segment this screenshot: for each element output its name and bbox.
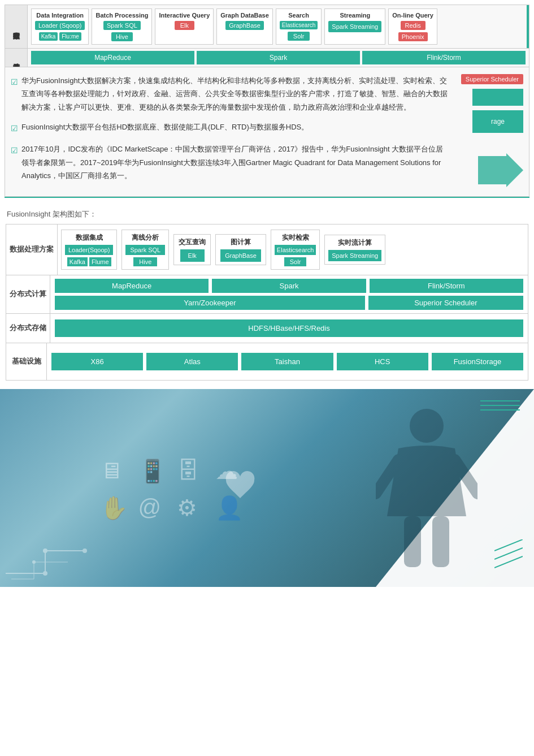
- at-icon: @: [138, 495, 167, 521]
- solr-tag-top: Solr: [288, 32, 310, 41]
- hive-tag: Hive: [111, 32, 133, 41]
- svg-point-7: [43, 571, 47, 576]
- cat-graph-title: Graph DataBase: [220, 12, 269, 19]
- tech-image-section: 🖥 📱 🗄 ☁ ✋ @ ⚙ 👤: [0, 389, 534, 587]
- loader-sqoop-tag: Loader (Sqoop): [35, 21, 85, 30]
- arch-interactive-title: 交互查询: [179, 237, 206, 247]
- arch-storage-row: 分布式存储 HDFS/HBase/HFS/Redis: [6, 314, 528, 343]
- arch-batch-analysis: 离线分析 Spark SQL Hive: [121, 230, 169, 270]
- right-arrow-icon: [478, 153, 523, 187]
- cat-interactive-query: Interactive Query Elk: [155, 8, 214, 45]
- flume-tag: Flu:me: [59, 32, 81, 41]
- arch-storage-content: HDFS/HBase/HFS/Redis: [50, 314, 528, 343]
- cat-streaming: Streaming Spark Streaming: [324, 8, 385, 45]
- arch-stream-title: 实时流计算: [338, 238, 372, 248]
- cat-batch-title: Batch Processing: [95, 12, 148, 19]
- text-block-3: ☑ 2017年10月，IDC发布的《IDC MarketScape：中国大数据管…: [11, 142, 450, 182]
- arch-elk: Elk: [180, 249, 205, 262]
- arch-storage-label: 分布式存储: [6, 314, 50, 343]
- heart-circuit-icon: [223, 470, 257, 506]
- arch-dist-top: MapReduce Spark Flink/Storm: [55, 279, 523, 293]
- text-block-1: ☑ 华为FusionInsight大数据解决方案，快速集成结构化、半结构化和非结…: [11, 74, 450, 114]
- person-silhouette: [364, 389, 489, 587]
- arch-infra-row: 基础设施 X86 Atlas Taishan HCS FusionStorage: [6, 343, 528, 380]
- arch-processing-row: 数据处理方案 数据集成 Loader(Sqoop) Kafka Flume 离线…: [6, 224, 528, 275]
- categories-container: Data Integration Loader (Sqoop) Kafka Fl…: [28, 5, 527, 48]
- corner-deco: [494, 539, 523, 576]
- storage-label-box: rage: [472, 110, 523, 133]
- dist-bars-top: MapReduce Spark Flink/Storm: [28, 49, 529, 67]
- monitor-icon: 🖥: [100, 458, 128, 485]
- spark-streaming-tag-top: Spark Streaming: [328, 21, 381, 32]
- arch-superior-scheduler: Superior Scheduler: [368, 296, 523, 310]
- arch-hcs: HCS: [337, 353, 428, 370]
- cat-search: Search Elasticsearch Solr: [276, 8, 322, 45]
- cat-batch-processing: Batch Processing Spark SQL Hive: [92, 8, 152, 45]
- superior-scheduler-badge: Superior Scheduler: [461, 74, 523, 84]
- arch-diagram: 数据处理方案 数据集成 Loader(Sqoop) Kafka Flume 离线…: [6, 224, 528, 381]
- svg-point-8: [43, 548, 47, 553]
- arch-x86: X86: [51, 353, 143, 370]
- arch-mapreduce: MapReduce: [55, 279, 209, 293]
- heart-svg: [223, 470, 257, 504]
- corner-lines-svg: [494, 539, 523, 573]
- svg-marker-0: [478, 153, 523, 187]
- mapreduce-bar-top: MapReduce: [31, 51, 194, 64]
- arch-processing-label: 数据处理方案: [6, 224, 58, 275]
- arch-caption: FusionInsight 架构图如下：: [7, 209, 527, 219]
- phoenix-tag-top: Phoenix: [398, 32, 428, 41]
- text-block-2: ☑ FusionInsight大数据平台包括HD数据底座、数据使能工具(DLF、…: [11, 120, 450, 136]
- gear-icon: ⚙: [177, 495, 205, 521]
- arch-stream-compute: 实时流计算 Spark Streaming: [324, 235, 385, 265]
- spark-sql-tag: Spark SQL: [103, 21, 141, 30]
- arch-kafka-flume: Kafka Flume: [67, 257, 111, 266]
- top-diagram-section: 数据处理方案 Data Integration Loader (Sqoop) K…: [5, 5, 529, 67]
- arch-dist-label: 分布式计算: [6, 275, 50, 313]
- text-content-1: 华为FusionInsight大数据解决方案，快速集成结构化、半结构化和非结构化…: [21, 74, 450, 114]
- circuit-grid: 🖥 📱 🗄 ☁ ✋ @ ⚙ 👤: [100, 458, 244, 521]
- arch-hive: Hive: [133, 257, 157, 266]
- arch-interactive-query: 交互查询 Elk: [173, 234, 211, 265]
- kafka-flume-row: Kafka Flu:me: [39, 32, 81, 41]
- arch-graph-compute: 图计算 GraphBase: [215, 234, 266, 265]
- check-icon-1: ☑: [11, 75, 18, 114]
- arch-graph-title: 图计算: [231, 237, 251, 247]
- top-categories-row: 数据处理方案 Data Integration Loader (Sqoop) K…: [5, 5, 529, 48]
- arch-realtime-search: 实时检索 Elasticsearch Solr: [271, 230, 320, 270]
- cat-online-title: On-line Query: [392, 12, 433, 19]
- graphbase-tag-top: GraphBase: [225, 21, 264, 30]
- arch-taishan: Taishan: [241, 353, 333, 370]
- arch-realtime-search-title: 实时检索: [282, 233, 309, 243]
- arch-dist-content: MapReduce Spark Flink/Storm Yarn/Zookeep…: [50, 275, 528, 313]
- svg-rect-2: [404, 516, 421, 567]
- main-content-area: ☑ 华为FusionInsight大数据解决方案，快速集成结构化、半结构化和非结…: [5, 67, 529, 197]
- cat-online-query: On-line Query Redis Phoenix: [388, 8, 437, 45]
- dist-computing-row: 分布式计算 MapReduce Spark Flink/Storm: [5, 48, 529, 67]
- tablet-icon: 📱: [138, 458, 167, 485]
- arch-spark-streaming: Spark Streaming: [328, 250, 381, 261]
- flink-storm-bar-top: Flink/Storm: [362, 51, 526, 64]
- kafka-tag: Kafka: [39, 32, 58, 41]
- elasticsearch-tag-top: Elasticsearch: [280, 21, 318, 29]
- cat-interactive-title: Interactive Query: [159, 12, 210, 19]
- arch-atlas: Atlas: [146, 353, 238, 370]
- arch-flink-storm: Flink/Storm: [370, 279, 523, 293]
- arch-elasticsearch: Elasticsearch: [275, 245, 316, 255]
- elk-tag-top: Elk: [175, 21, 194, 30]
- arch-flume: Flume: [89, 257, 111, 266]
- cat-data-integration: Data Integration Loader (Sqoop) Kafka Fl…: [31, 8, 89, 45]
- arch-data-integration-title: 数据集成: [76, 233, 103, 243]
- text-content-3: 2017年10月，IDC发布的《IDC MarketScape：中国大数据管理平…: [21, 142, 450, 182]
- svg-point-1: [410, 409, 444, 443]
- arch-spark: Spark: [212, 279, 366, 293]
- arch-kafka: Kafka: [67, 257, 88, 266]
- arch-batch-title: 离线分析: [132, 233, 159, 243]
- arch-loader-sqoop: Loader(Sqoop): [65, 245, 113, 255]
- arch-data-integration: 数据集成 Loader(Sqoop) Kafka Flume: [61, 230, 117, 270]
- arch-dist-row: 分布式计算 MapReduce Spark Flink/Storm Yarn/Z…: [6, 275, 528, 314]
- cat-search-title: Search: [288, 12, 309, 19]
- text-content-2: FusionInsight大数据平台包括HD数据底座、数据使能工具(DLF、RT…: [21, 120, 309, 136]
- arch-infra-label: 基础设施: [6, 343, 47, 380]
- check-icon-3: ☑: [11, 144, 18, 182]
- arch-solr: Solr: [284, 257, 307, 266]
